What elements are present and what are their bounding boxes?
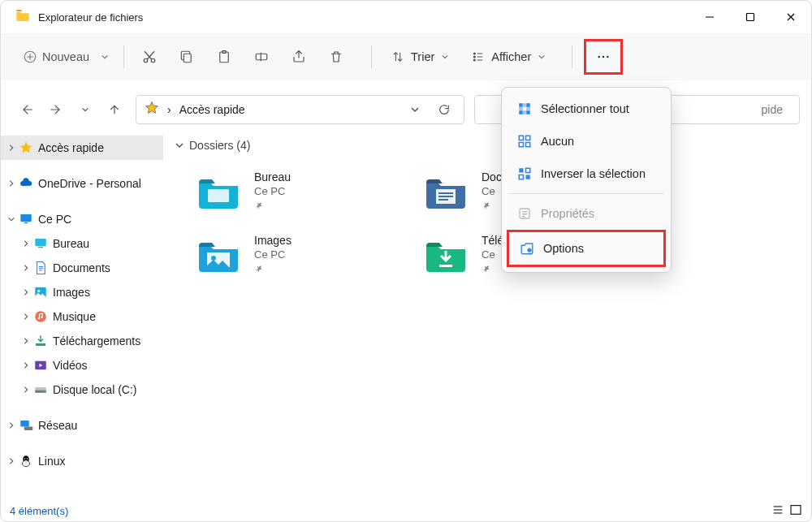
folder-item-bureau[interactable]: BureauCe PC — [173, 160, 400, 223]
svg-rect-46 — [523, 103, 526, 107]
sidebar-item-label: Réseau — [38, 419, 77, 432]
close-button[interactable] — [771, 1, 811, 33]
sidebar-item-label: Documents — [53, 261, 110, 274]
chevron-right-icon[interactable] — [20, 313, 32, 321]
folder-location: Ce PC — [254, 248, 292, 261]
sidebar-item-vidéos[interactable]: Vidéos — [1, 353, 163, 377]
breadcrumb-separator: › — [167, 103, 171, 116]
address-dropdown-button[interactable] — [400, 95, 430, 124]
nav-back-button[interactable] — [12, 95, 41, 124]
sidebar-item-documents[interactable]: Documents — [1, 256, 163, 280]
chevron-right-icon[interactable] — [20, 264, 32, 272]
chevron-right-icon[interactable] — [6, 179, 17, 188]
svg-rect-16 — [35, 239, 46, 246]
address-bar[interactable]: › Accès rapide — [136, 95, 464, 124]
sidebar-item-label: Disque local (C:) — [53, 383, 136, 396]
sidebar-item-onedrive---personal[interactable]: OneDrive - Personal — [1, 171, 163, 196]
svg-rect-34 — [208, 189, 229, 202]
desktop-folder-icon — [197, 175, 240, 209]
desktop-icon — [32, 236, 50, 251]
menu-item-label: Aucun — [541, 135, 574, 148]
chevron-right-icon[interactable] — [20, 361, 32, 369]
folder-item-images[interactable]: ImagesCe PC — [173, 223, 400, 287]
paste-button[interactable] — [210, 42, 238, 71]
menu-separator — [508, 193, 664, 194]
menu-options[interactable]: Options — [509, 232, 663, 265]
sidebar-item-label: Images — [53, 286, 90, 299]
rename-button[interactable] — [248, 42, 275, 71]
sidebar-item-disque-local-(c:)[interactable]: Disque local (C:) — [1, 377, 163, 402]
chevron-right-icon[interactable] — [20, 386, 32, 394]
sidebar-item-label: Ce PC — [38, 213, 71, 226]
sidebar-item-musique[interactable]: Musique — [1, 304, 163, 329]
sidebar-item-ce-pc[interactable]: Ce PC — [1, 207, 163, 231]
network-icon — [17, 418, 35, 433]
svg-point-22 — [41, 317, 42, 318]
breadcrumb-current[interactable]: Accès rapide — [179, 103, 245, 116]
chevron-right-icon[interactable] — [20, 239, 32, 248]
separator — [572, 45, 572, 68]
select-all-icon — [515, 101, 534, 116]
menu-select-all[interactable]: Sélectionner tout — [507, 93, 666, 125]
app-icon — [15, 10, 30, 24]
chevron-right-icon[interactable] — [20, 288, 32, 296]
highlight-box-more — [584, 39, 623, 75]
sidebar-item-téléchargements[interactable]: Téléchargements — [1, 329, 163, 353]
folder-name: Bureau — [254, 170, 291, 183]
nav-forward-button[interactable] — [41, 95, 71, 124]
nav-history-button[interactable] — [71, 95, 100, 124]
svg-rect-54 — [519, 168, 523, 172]
linux-icon — [17, 454, 35, 468]
copy-button[interactable] — [173, 42, 201, 71]
view-button[interactable]: Afficher — [469, 42, 555, 71]
chevron-down-icon[interactable] — [6, 215, 17, 223]
doc-icon — [32, 261, 50, 275]
sidebar-item-linux[interactable]: Linux — [1, 449, 163, 473]
folder-name: Doc — [482, 170, 502, 183]
refresh-button[interactable] — [430, 95, 459, 124]
view-icons-button[interactable] — [789, 503, 802, 519]
separator — [371, 45, 372, 68]
menu-select-none[interactable]: Aucun — [507, 125, 666, 157]
share-button[interactable] — [285, 42, 313, 71]
delete-button[interactable] — [322, 42, 350, 71]
sidebar-item-label: Bureau — [53, 237, 89, 250]
menu-item-label: Inverser la sélection — [541, 167, 646, 180]
chevron-right-icon[interactable] — [6, 457, 17, 465]
separator — [123, 45, 124, 68]
svg-point-19 — [37, 290, 40, 292]
video-icon — [32, 358, 50, 373]
chevron-right-icon[interactable] — [6, 144, 17, 152]
svg-rect-41 — [439, 265, 452, 267]
svg-rect-53 — [526, 143, 530, 147]
svg-rect-60 — [791, 505, 801, 514]
new-button-label: Nouveau — [42, 50, 89, 63]
sidebar-item-réseau[interactable]: Réseau — [1, 413, 163, 438]
new-button[interactable]: Nouveau — [19, 42, 112, 71]
sidebar-item-bureau[interactable]: Bureau — [1, 231, 163, 256]
section-header[interactable]: Dossiers (4) — [173, 136, 801, 160]
nav-up-button[interactable] — [100, 95, 129, 124]
svg-point-33 — [27, 458, 28, 459]
view-button-label: Afficher — [491, 50, 531, 63]
sort-button[interactable]: Trier — [388, 42, 459, 71]
cut-button[interactable] — [136, 42, 163, 71]
window-title: Explorateur de fichiers — [38, 11, 143, 24]
menu-invert-selection[interactable]: Inverser la sélection — [507, 157, 666, 190]
music-icon — [32, 309, 50, 324]
maximize-button[interactable] — [730, 1, 771, 33]
more-button[interactable] — [587, 42, 620, 71]
folder-grid: BureauCe PCDocCe ImagesCe PCTéléCe — [173, 160, 801, 287]
chevron-right-icon[interactable] — [6, 421, 17, 429]
sidebar-item-images[interactable]: Images — [1, 280, 163, 304]
svg-point-2 — [144, 58, 148, 63]
sort-button-label: Trier — [411, 50, 434, 63]
svg-rect-15 — [24, 222, 28, 224]
sidebar-item-accès-rapide[interactable]: Accès rapide — [1, 136, 163, 160]
svg-rect-57 — [526, 175, 530, 179]
status-text: 4 élément(s) — [10, 505, 68, 517]
view-details-button[interactable] — [771, 503, 784, 519]
minimize-button[interactable] — [689, 1, 730, 33]
chevron-right-icon[interactable] — [20, 337, 32, 345]
folder-location: Ce PC — [254, 185, 291, 197]
